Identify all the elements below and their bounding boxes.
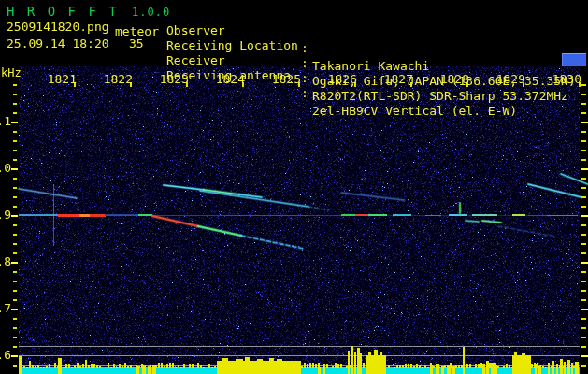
- x-tick-label: 1828: [440, 72, 469, 86]
- y-tick-label: 1.0: [0, 161, 11, 175]
- x-tick-label: 1821: [48, 72, 77, 86]
- app-version: 1.0.0: [132, 6, 170, 19]
- info-colon: :: [301, 41, 308, 55]
- x-tick-label: 1825: [272, 72, 301, 86]
- x-tick-label: 1824: [216, 72, 245, 86]
- x-tick-label: 1830: [552, 72, 581, 86]
- y-axis-unit-label: kHz: [1, 66, 22, 79]
- echo-count: 35: [129, 36, 144, 50]
- x-tick-label: 1822: [104, 72, 133, 86]
- x-tick-label: 1829: [496, 72, 525, 86]
- info-colon: :: [301, 56, 308, 70]
- spectrogram-canvas: [0, 0, 588, 374]
- y-tick-label: 0.7: [0, 301, 11, 315]
- info-colon: :: [301, 71, 308, 85]
- info-label: Receiving Location: [166, 38, 298, 52]
- y-tick-label: 0.9: [0, 208, 11, 222]
- x-tick-label: 1826: [328, 72, 357, 86]
- x-tick-label: 1823: [160, 72, 189, 86]
- info-value: 2el-HB9CV Vertical (el. E-W): [312, 104, 517, 118]
- y-tick-label: 0.8: [0, 254, 11, 268]
- info-value: R820T2(RTL-SDR) SDR-Sharp 53.372MHz: [312, 89, 568, 103]
- activity-indicator-box: [562, 53, 586, 66]
- info-label: Observer: [166, 23, 225, 37]
- hrofft-window: H R O F F T 1.0.0 2509141820.png meteor …: [0, 0, 588, 374]
- info-value: Takanori Kawachi: [312, 59, 429, 73]
- info-colon: :: [301, 86, 308, 100]
- info-label: Receiver: [166, 53, 225, 67]
- y-tick-label: 0.6: [0, 348, 11, 362]
- x-tick-label: 1827: [384, 72, 413, 86]
- y-tick-label: 1.1: [0, 114, 11, 128]
